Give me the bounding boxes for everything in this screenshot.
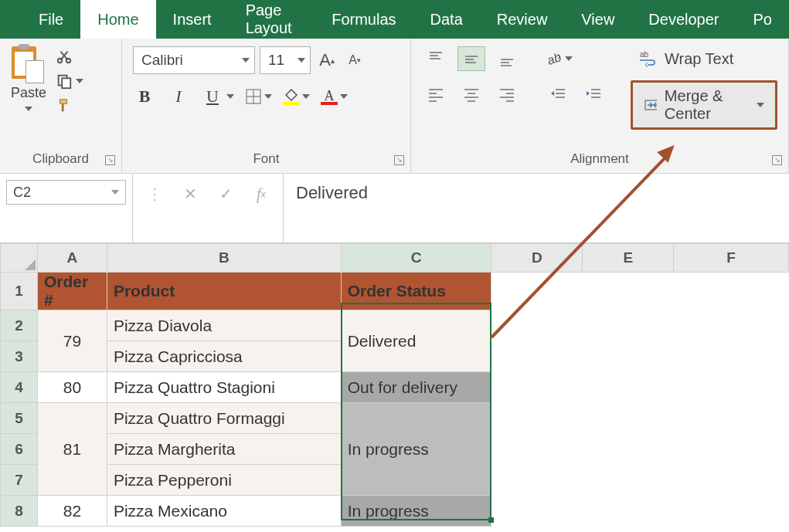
borders-button[interactable] (245, 88, 272, 105)
tab-data[interactable]: Data (413, 0, 480, 39)
row-header[interactable]: 4 (1, 372, 38, 403)
ribbon-tabs: File Home Insert Page Layout Formulas Da… (0, 0, 789, 39)
cell-B2[interactable]: Pizza Diavola (107, 310, 341, 341)
row-header[interactable]: 8 (1, 496, 38, 527)
cell-C1[interactable]: Order Status (341, 273, 491, 310)
clipboard-dialog-launcher[interactable]: ↘ (105, 155, 115, 165)
expand-formula-icon[interactable]: ⋮ (144, 183, 165, 205)
cancel-formula-button[interactable]: ✕ (179, 183, 201, 205)
wrap-text-button[interactable]: ab Wrap Text (631, 46, 777, 71)
underline-button[interactable]: U (201, 85, 234, 108)
orientation-icon: ab (544, 49, 563, 68)
decrease-indent-button[interactable] (544, 82, 572, 107)
increase-indent-button[interactable] (580, 82, 607, 107)
align-center-button[interactable] (457, 82, 485, 107)
merge-center-label: Merge & Center (665, 87, 741, 123)
col-header-A[interactable]: A (37, 244, 107, 273)
align-left-button[interactable] (422, 82, 450, 107)
row-header[interactable]: 3 (1, 341, 38, 372)
chevron-down-icon (226, 94, 234, 99)
paste-label: Paste (11, 85, 46, 101)
cell-B6[interactable]: Pizza Margherita (107, 434, 341, 465)
paste-dropdown[interactable] (25, 103, 32, 114)
svg-point-1 (66, 59, 71, 63)
cell-A5[interactable]: 81 (37, 403, 107, 496)
tab-developer[interactable]: Developer (631, 0, 736, 39)
borders-icon (245, 88, 262, 105)
cell-C4[interactable]: Out for delivery (341, 372, 491, 403)
spreadsheet-grid[interactable]: A B C D E F 1 Order # Product Order Stat… (0, 243, 789, 527)
copy-button[interactable] (56, 73, 83, 90)
align-top-button[interactable] (422, 46, 450, 71)
group-label-clipboard: Clipboard (11, 148, 111, 173)
cell-A4[interactable]: 80 (37, 372, 107, 403)
font-name-value: Calibri (141, 52, 183, 69)
bold-button[interactable]: B (133, 85, 156, 108)
enter-formula-button[interactable]: ✓ (215, 183, 236, 205)
tab-formulas[interactable]: Formulas (315, 0, 413, 39)
cell-A8[interactable]: 82 (37, 496, 107, 527)
scissors-icon (56, 48, 73, 65)
row-header[interactable]: 6 (1, 434, 38, 465)
tab-page-layout[interactable]: Page Layout (229, 0, 315, 39)
tab-review[interactable]: Review (480, 0, 565, 39)
merge-center-button[interactable]: Merge & Center (631, 80, 777, 130)
fill-color-button[interactable] (283, 88, 310, 105)
row-header[interactable]: 5 (1, 403, 38, 434)
orientation-button[interactable]: ab (544, 46, 573, 71)
font-color-button[interactable]: A (321, 88, 348, 105)
row-header[interactable]: 2 (1, 310, 38, 341)
selection-handle[interactable] (488, 517, 494, 523)
paste-button[interactable]: Paste (11, 46, 46, 148)
tab-more[interactable]: Po (736, 0, 789, 39)
svg-text:ab: ab (546, 50, 563, 67)
format-painter-button[interactable] (56, 97, 83, 114)
cell-B8[interactable]: Pizza Mexicano (107, 496, 341, 527)
row-header[interactable]: 7 (1, 465, 38, 496)
col-header-C[interactable]: C (341, 244, 491, 273)
cell-B3[interactable]: Pizza Capricciosa (107, 341, 341, 372)
name-box[interactable]: C2 (6, 180, 126, 205)
formula-input[interactable]: Delivered (284, 174, 789, 242)
align-bottom-button[interactable] (493, 46, 521, 71)
copy-icon (56, 73, 73, 90)
tab-home[interactable]: Home (80, 0, 155, 39)
cell-A1[interactable]: Order # (37, 273, 107, 310)
font-name-combo[interactable]: Calibri (133, 46, 255, 74)
cell-B4[interactable]: Pizza Quattro Stagioni (107, 372, 341, 403)
cell-C5[interactable]: In progress (341, 403, 491, 496)
alignment-dialog-launcher[interactable]: ↘ (772, 155, 782, 165)
cut-button[interactable] (56, 48, 83, 65)
col-header-F[interactable]: F (674, 244, 789, 273)
cell-C8[interactable]: In progress (341, 496, 491, 527)
tab-file[interactable]: File (22, 0, 80, 39)
paste-icon (12, 46, 46, 83)
font-dialog-launcher[interactable]: ↘ (394, 155, 404, 165)
grow-font-button[interactable]: A▴ (315, 46, 338, 74)
svg-rect-3 (62, 78, 70, 88)
select-all-corner[interactable] (1, 244, 38, 273)
svg-text:ab: ab (640, 50, 649, 59)
cell-B5[interactable]: Pizza Quattro Formaggi (107, 403, 341, 434)
italic-button[interactable]: I (167, 85, 190, 108)
group-label-alignment: Alignment (422, 148, 777, 173)
shrink-font-button[interactable]: A▾ (343, 46, 366, 74)
font-size-combo[interactable]: 11 (260, 46, 311, 74)
align-middle-button[interactable] (457, 46, 485, 71)
tab-view[interactable]: View (564, 0, 631, 39)
cell-A2[interactable]: 79 (37, 310, 107, 372)
cell-C2[interactable]: Delivered (341, 310, 491, 372)
col-header-B[interactable]: B (107, 244, 341, 273)
svg-point-0 (58, 59, 63, 63)
bucket-icon (283, 88, 300, 105)
wrap-text-icon: ab (638, 49, 657, 68)
insert-function-button[interactable]: fx (250, 183, 272, 205)
cell-B1[interactable]: Product (107, 273, 341, 310)
tab-insert[interactable]: Insert (156, 0, 229, 39)
paintbrush-icon (56, 97, 73, 114)
col-header-E[interactable]: E (583, 244, 674, 273)
chevron-down-icon (264, 94, 272, 99)
row-header[interactable]: 1 (1, 273, 38, 310)
align-right-button[interactable] (493, 82, 521, 107)
cell-B7[interactable]: Pizza Pepperoni (107, 465, 341, 496)
